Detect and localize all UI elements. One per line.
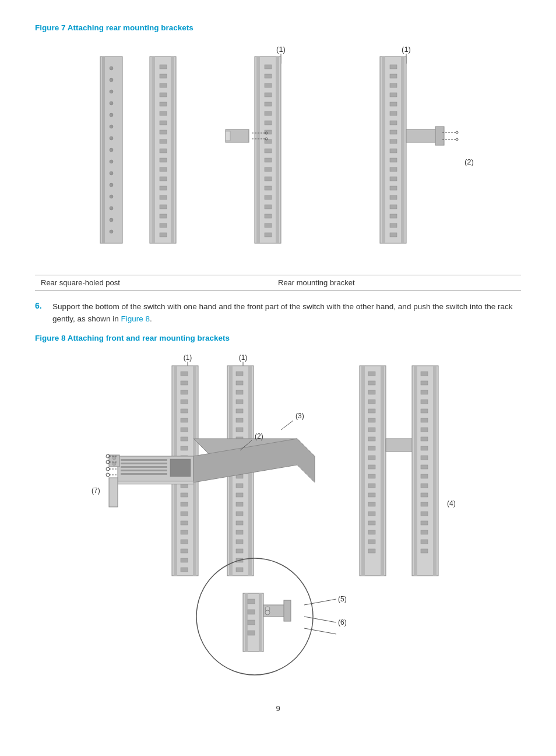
- svg-rect-233: [259, 593, 262, 652]
- svg-text:(5): (5): [338, 595, 347, 603]
- post2: [150, 57, 176, 243]
- svg-rect-138: [236, 428, 243, 432]
- svg-point-6: [110, 113, 113, 117]
- svg-rect-210: [421, 381, 428, 385]
- svg-rect-234: [248, 599, 255, 604]
- svg-rect-151: [236, 549, 243, 553]
- svg-point-4: [110, 90, 113, 93]
- svg-rect-148: [236, 521, 243, 525]
- svg-rect-144: [236, 484, 243, 488]
- svg-rect-26: [160, 121, 167, 125]
- svg-rect-112: [181, 418, 188, 422]
- svg-rect-135: [236, 400, 243, 404]
- svg-rect-133: [236, 381, 243, 385]
- svg-point-15: [110, 218, 113, 222]
- svg-rect-218: [421, 456, 428, 460]
- svg-rect-201: [368, 530, 375, 534]
- svg-rect-45: [265, 74, 272, 78]
- svg-point-13: [110, 195, 113, 198]
- svg-text:(2): (2): [255, 432, 263, 440]
- svg-rect-34: [160, 195, 167, 200]
- svg-rect-89: [390, 205, 397, 209]
- svg-rect-195: [368, 474, 375, 478]
- svg-rect-37: [160, 223, 167, 228]
- svg-rect-163: [170, 459, 191, 477]
- svg-point-5: [110, 102, 113, 105]
- legend-1-text: Rear square-holed post: [41, 278, 120, 287]
- svg-rect-31: [160, 167, 167, 172]
- svg-rect-145: [236, 493, 243, 497]
- svg-rect-50: [265, 121, 272, 125]
- svg-rect-30: [160, 158, 167, 162]
- svg-rect-85: [390, 167, 397, 172]
- svg-rect-92: [390, 233, 397, 237]
- svg-rect-211: [421, 390, 428, 394]
- svg-rect-219: [421, 465, 428, 469]
- svg-rect-91: [390, 223, 397, 228]
- svg-rect-35: [160, 205, 167, 209]
- svg-rect-36: [160, 214, 167, 218]
- svg-rect-162: [121, 473, 167, 475]
- switch-body: [109, 439, 315, 484]
- svg-rect-88: [390, 195, 397, 200]
- post1: [100, 57, 122, 243]
- svg-rect-188: [368, 409, 375, 413]
- svg-rect-23: [160, 93, 167, 97]
- svg-rect-55: [265, 167, 272, 172]
- svg-rect-74: [390, 65, 397, 69]
- svg-rect-182: [361, 366, 365, 576]
- svg-rect-146: [236, 502, 243, 506]
- svg-rect-59: [265, 205, 272, 209]
- svg-rect-49: [265, 111, 272, 116]
- svg-rect-38: [160, 233, 167, 237]
- svg-rect-107: [181, 372, 188, 376]
- figure8-container: (1) (1): [35, 348, 521, 692]
- svg-rect-126: [181, 549, 188, 553]
- svg-rect-75: [390, 74, 397, 78]
- svg-rect-125: [181, 540, 188, 544]
- svg-rect-86: [390, 177, 397, 181]
- svg-rect-22: [160, 83, 167, 88]
- svg-rect-56: [265, 177, 272, 181]
- legend-item-2: Rear mounting bracket: [278, 278, 515, 287]
- svg-text:(1): (1): [276, 45, 286, 54]
- svg-rect-208: [433, 366, 437, 576]
- svg-point-2: [110, 66, 113, 70]
- svg-line-244: [304, 628, 336, 634]
- svg-rect-197: [368, 493, 375, 497]
- svg-rect-87: [390, 186, 397, 190]
- svg-rect-199: [368, 512, 375, 516]
- svg-rect-60: [265, 214, 272, 218]
- svg-rect-54: [265, 158, 272, 162]
- figure7-legend: Rear square-holed post Rear mounting bra…: [35, 275, 521, 290]
- svg-rect-47: [265, 93, 272, 97]
- svg-rect-19: [171, 57, 174, 243]
- svg-line-242: [304, 599, 336, 605]
- svg-point-11: [110, 172, 113, 175]
- svg-rect-185: [368, 381, 375, 385]
- svg-rect-216: [421, 437, 428, 441]
- svg-rect-184: [368, 372, 375, 376]
- svg-point-12: [110, 183, 113, 187]
- svg-rect-202: [368, 540, 375, 544]
- svg-text:(1): (1): [239, 354, 248, 362]
- svg-rect-113: [181, 428, 188, 432]
- svg-rect-82: [390, 139, 397, 144]
- svg-rect-239: [284, 600, 291, 621]
- svg-rect-236: [248, 620, 255, 625]
- svg-point-98: [456, 138, 458, 141]
- svg-rect-191: [368, 437, 375, 441]
- svg-rect-227: [421, 540, 428, 544]
- svg-rect-114: [181, 437, 188, 441]
- figure8-link[interactable]: Figure 8: [121, 314, 150, 323]
- svg-rect-21: [160, 74, 167, 78]
- post3: [255, 57, 281, 243]
- svg-rect-215: [421, 428, 428, 432]
- svg-rect-124: [181, 530, 188, 534]
- svg-point-8: [110, 136, 113, 140]
- svg-rect-190: [368, 428, 375, 432]
- svg-rect-158: [121, 459, 167, 461]
- svg-rect-136: [236, 409, 243, 413]
- figure7-caption: Figure 7 Attaching rear mounting bracket…: [35, 23, 521, 32]
- svg-rect-220: [421, 474, 428, 478]
